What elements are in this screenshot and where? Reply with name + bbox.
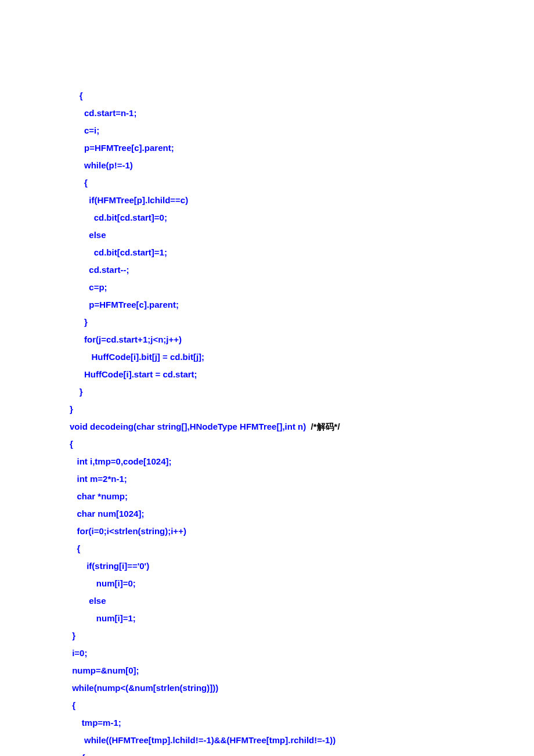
code-token: if(string[i]=='0') xyxy=(86,561,149,571)
code-line: else xyxy=(70,592,534,610)
code-line: while((HFMTree[tmp].lchild!=-1)&&(HFMTre… xyxy=(70,732,534,749)
code-token: char *nump; xyxy=(77,491,128,501)
code-token: else xyxy=(89,230,106,240)
code-line: } xyxy=(70,383,534,401)
code-token: tmp=m-1; xyxy=(82,718,121,728)
code-line: int i,tmp=0,code[1024]; xyxy=(70,453,534,470)
code-token: } xyxy=(80,387,83,397)
code-line: for(j=cd.start+1;j<n;j++) xyxy=(70,331,534,348)
code-token: while((HFMTree[tmp].lchild!=-1)&&(HFMTre… xyxy=(84,735,335,745)
code-line: char *nump; xyxy=(70,488,534,505)
code-line: num[i]=1; xyxy=(70,610,534,627)
code-token: cd.bit[cd.start]=1; xyxy=(94,247,167,257)
code-token: } xyxy=(70,404,73,414)
code-token: else xyxy=(86,596,106,606)
code-token: { xyxy=(80,91,83,100)
code-line: HuffCode[i].start = cd.start; xyxy=(70,366,534,383)
code-line: if(string[i]=='0') xyxy=(70,557,534,575)
code-line: char num[1024]; xyxy=(70,505,534,523)
code-line: HuffCode[i].bit[j] = cd.bit[j]; xyxy=(70,348,534,366)
code-token: while(p!=-1) xyxy=(84,160,133,170)
code-line: c=p; xyxy=(70,279,534,296)
code-line: } xyxy=(70,627,534,645)
code-token: { xyxy=(72,700,75,710)
code-token: num[i]=1; xyxy=(96,613,136,623)
code-line: i=0; xyxy=(70,645,534,662)
code-token: { xyxy=(82,753,85,756)
code-token: cd.start=n-1; xyxy=(84,108,136,118)
code-line: c=i; xyxy=(70,122,534,139)
code-line: cd.bit[cd.start]=0; xyxy=(70,209,534,226)
code-line: { xyxy=(70,87,534,105)
code-token: c=i; xyxy=(84,125,99,135)
code-line: for(i=0;i<strlen(string);i++) xyxy=(70,523,534,540)
code-line: { xyxy=(70,749,534,756)
code-token: i=0; xyxy=(72,648,87,658)
code-token: HuffCode[i].start = cd.start; xyxy=(84,369,197,379)
code-block: { cd.start=n-1; c=i; p=HFMTree[c].parent… xyxy=(70,87,534,756)
code-token: num[i]=0; xyxy=(96,578,136,588)
code-token: } xyxy=(72,631,75,640)
code-line: cd.bit[cd.start]=1; xyxy=(70,244,534,261)
code-line: } xyxy=(70,314,534,331)
code-line: void decodeing(char string[],HNodeType H… xyxy=(70,418,534,435)
code-line: cd.start=n-1; xyxy=(70,105,534,122)
code-line: } xyxy=(70,401,534,418)
code-token: p=HFMTree[c].parent; xyxy=(84,143,174,153)
code-token: char num[1024]; xyxy=(77,509,145,519)
code-line: if(HFMTree[p].lchild==c) xyxy=(70,192,534,209)
code-token: while(nump<(&num[strlen(string)])) xyxy=(72,683,218,693)
code-token: { xyxy=(77,543,81,553)
code-token: c=p; xyxy=(89,282,107,292)
code-line: nump=&num[0]; xyxy=(70,662,534,679)
code-line: while(p!=-1) xyxy=(70,157,534,174)
code-token: cd.start--; xyxy=(89,265,129,275)
code-line: { xyxy=(70,174,534,192)
code-token: void decodeing(char string[],HNodeType H… xyxy=(70,422,311,431)
code-token: HuffCode[i].bit[j] = cd.bit[j]; xyxy=(92,352,205,362)
code-line: tmp=m-1; xyxy=(70,714,534,732)
code-line: num[i]=0; xyxy=(70,575,534,592)
code-token: int i,tmp=0,code[1024]; xyxy=(77,456,172,466)
code-line: p=HFMTree[c].parent; xyxy=(70,139,534,157)
code-token: cd.bit[cd.start]=0; xyxy=(94,213,167,222)
code-line: { xyxy=(70,435,534,453)
code-token: if(HFMTree[p].lchild==c) xyxy=(89,195,188,205)
code-line: int m=2*n-1; xyxy=(70,470,534,488)
code-token: /*解码*/ xyxy=(311,422,340,431)
code-line: while(nump<(&num[strlen(string)])) xyxy=(70,679,534,697)
code-token: p=HFMTree[c].parent; xyxy=(89,300,179,309)
code-line: cd.start--; xyxy=(70,261,534,279)
code-token: for(i=0;i<strlen(string);i++) xyxy=(77,526,186,536)
code-token: int m=2*n-1; xyxy=(77,474,127,484)
code-token: nump=&num[0]; xyxy=(72,665,139,675)
code-token: for(j=cd.start+1;j<n;j++) xyxy=(84,334,182,344)
code-line: else xyxy=(70,226,534,244)
code-token: { xyxy=(70,439,73,449)
code-line: { xyxy=(70,540,534,557)
code-token: } xyxy=(84,317,88,327)
code-line: { xyxy=(70,697,534,714)
code-line: p=HFMTree[c].parent; xyxy=(70,296,534,314)
code-token: { xyxy=(84,178,88,188)
